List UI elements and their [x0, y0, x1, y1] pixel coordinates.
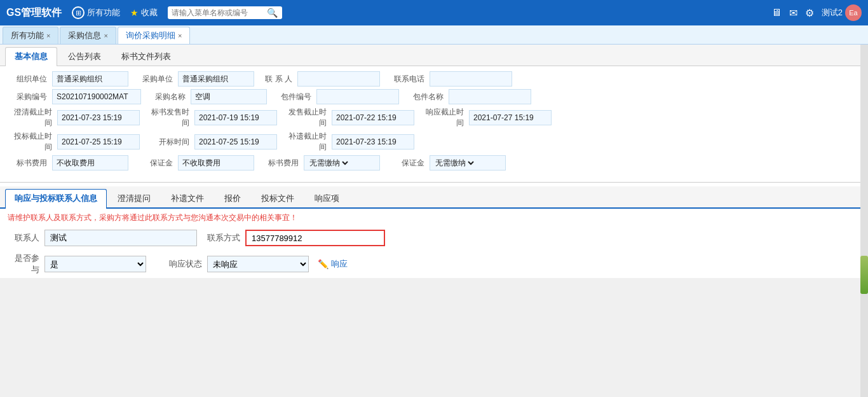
tab-inquiry-detail[interactable]: 询价采购明细 × [118, 27, 190, 44]
tab-purchase-info[interactable]: 采购信息 × [60, 27, 116, 44]
grid-icon: ⊞ [72, 6, 85, 19]
cell-package-no: 包件编号 [272, 89, 399, 104]
label-purchase-no: 采购编号 [8, 92, 52, 102]
close-all-functions[interactable]: × [46, 32, 50, 39]
settings-icon[interactable]: ⚙ [805, 7, 814, 19]
value-clarify-deadline: 2021-07-23 15:19 [57, 110, 140, 125]
cell-tender-fee-select: 标书费用 无需缴纳 [259, 155, 380, 171]
cell-package-name: 包件名称 [404, 89, 531, 104]
close-inquiry-detail[interactable]: × [178, 32, 182, 39]
user-avatar: Ea [845, 4, 862, 21]
value-package-name [449, 89, 531, 104]
edit-icon: ✏️ [318, 259, 329, 269]
close-purchase-info[interactable]: × [104, 32, 107, 39]
scrollbar-thumb[interactable] [860, 256, 868, 278]
value-bid-deadline: 2021-07-25 15:19 [57, 134, 140, 150]
monitor-icon[interactable]: 🖥 [771, 7, 782, 18]
form-row-2: 采购编号 S202107190002MAT 采购名称 空调 包件编号 包件名称 [8, 89, 860, 104]
label-contact-person: 联 系 人 [259, 74, 297, 85]
contact-person-label: 联系人 [8, 232, 39, 244]
tab-response-contact[interactable]: 响应与投标联系人信息 [5, 189, 107, 209]
search-box[interactable]: 🔍 [168, 6, 282, 19]
cell-open-bid-time: 开标时间 2021-07-25 15:19 [145, 134, 277, 150]
section-divider [0, 182, 868, 183]
user-info[interactable]: 测试2 Ea [822, 4, 862, 21]
cell-purchase-no: 采购编号 S202107190002MAT [8, 89, 141, 104]
label-package-no: 包件编号 [272, 92, 316, 102]
value-tender-sale-time: 2021-07-19 15:19 [194, 110, 277, 125]
value-purchase-no: S202107190002MAT [52, 89, 141, 104]
cell-purchase-unit: 采购单位 普通采购组织 [133, 71, 254, 87]
cell-clarify-deadline: 澄清截止时间 2021-07-23 15:19 [8, 107, 140, 129]
select-deposit[interactable]: 无需缴纳 [430, 155, 506, 171]
form-row-4: 投标截止时间 2021-07-25 15:19 开标时间 2021-07-25 … [8, 131, 860, 153]
value-open-bid-time: 2021-07-25 15:19 [194, 134, 277, 150]
contact-method-label: 联系方式 [202, 232, 240, 244]
tab-announcement-list[interactable]: 公告列表 [58, 47, 111, 66]
label-bid-deadline: 投标截止时间 [8, 131, 57, 153]
label-clarify-deadline: 澄清截止时间 [8, 107, 57, 129]
tab-all-functions[interactable]: 所有功能 × [3, 27, 58, 44]
response-button[interactable]: ✏️ 响应 [314, 257, 351, 271]
contact-method-input[interactable] [245, 230, 385, 246]
tab-tender-file-list[interactable]: 标书文件列表 [112, 47, 180, 66]
app-logo: GS管理软件 [6, 6, 62, 20]
search-icon[interactable]: 🔍 [267, 8, 278, 18]
label-purchase-unit: 采购单位 [133, 74, 178, 85]
label-open-bid-time: 开标时间 [145, 137, 194, 148]
cell-deposit-select: 保证金 无需缴纳 [385, 155, 506, 171]
contact-person-input[interactable] [44, 230, 197, 246]
value-sale-deadline: 2021-07-22 15:19 [332, 110, 414, 125]
favorites-nav[interactable]: ★ 收藏 [130, 7, 158, 18]
tab-supplement[interactable]: 补遗文件 [161, 189, 214, 207]
contact-person-row: 联系人 联系方式 [8, 230, 860, 246]
form-row-3: 澄清截止时间 2021-07-23 15:19 标书发售时间 2021-07-1… [8, 107, 860, 129]
value-contact-phone [430, 71, 512, 87]
response-status-label: 响应状态 [164, 258, 202, 270]
value-tender-fee: 不收取费用 [52, 155, 128, 171]
response-status-select[interactable]: 未响应 已响应 [207, 256, 309, 272]
cell-contact-phone: 联系电话 [385, 71, 512, 87]
label-tender-fee-2: 标书费用 [259, 158, 304, 169]
all-functions-nav[interactable]: ⊞ 所有功能 [72, 6, 120, 19]
right-icons: 🖥 ✉ ⚙ 测试2 Ea [771, 4, 862, 21]
tab-bid-file[interactable]: 投标文件 [252, 189, 304, 207]
form-row-1: 组织单位 普通采购组织 采购单位 普通采购组织 联 系 人 联系电话 [8, 71, 860, 87]
label-deposit-2: 保证金 [385, 158, 430, 169]
label-purchase-name: 采购名称 [146, 92, 191, 102]
scrollbar[interactable] [860, 45, 868, 278]
label-package-name: 包件名称 [404, 92, 449, 102]
form-row-5: 标书费用 不收取费用 保证金 不收取费用 标书费用 无需缴纳 保证金 [8, 155, 860, 171]
form-section: 组织单位 普通采购组织 采购单位 普通采购组织 联 系 人 联系电话 采购编号 … [0, 66, 868, 178]
tab-response-item[interactable]: 响应项 [305, 189, 349, 207]
label-contact-phone: 联系电话 [385, 74, 430, 85]
cell-addendum-deadline: 补遗截止时间 2021-07-23 15:19 [282, 131, 414, 153]
cell-purchase-name: 采购名称 空调 [146, 89, 267, 104]
star-icon: ★ [130, 8, 139, 18]
bottom-tab-bar: 响应与投标联系人信息 澄清提问 补遗文件 报价 投标文件 响应项 [0, 186, 868, 209]
cell-tender-fee: 标书费用 不收取费用 [8, 155, 128, 171]
label-response-deadline: 响应截止时间 [419, 107, 469, 129]
user-name: 测试2 [822, 7, 843, 18]
label-deposit: 保证金 [133, 158, 178, 169]
value-purchase-unit: 普通采购组织 [178, 71, 254, 87]
mail-icon[interactable]: ✉ [789, 7, 797, 19]
bottom-section: 响应与投标联系人信息 澄清提问 补遗文件 报价 投标文件 响应项 请维护联系人及… [0, 186, 868, 278]
participate-select[interactable]: 是 否 [44, 256, 146, 272]
alert-text: 请维护联系人及联系方式，采购方将通过此联系方式与您沟通本次交易中的相关事宜！ [0, 209, 868, 226]
participate-label: 是否参与 [8, 253, 39, 275]
cell-sale-deadline: 发售截止时间 2021-07-22 15:19 [282, 107, 414, 129]
top-tab-bar: 所有功能 × 采购信息 × 询价采购明细 × [0, 25, 868, 45]
contact-form: 联系人 联系方式 [0, 226, 868, 250]
cell-response-deadline: 响应截止时间 2021-07-27 15:19 [419, 107, 552, 129]
search-input[interactable] [172, 8, 267, 17]
cell-bid-deadline: 投标截止时间 2021-07-25 15:19 [8, 131, 140, 153]
tab-clarification[interactable]: 澄清提问 [108, 189, 160, 207]
tab-basic-info[interactable]: 基本信息 [5, 47, 57, 66]
tab-quotation[interactable]: 报价 [215, 189, 250, 207]
main-content: 基本信息 公告列表 标书文件列表 组织单位 普通采购组织 采购单位 普通采购组织… [0, 45, 868, 278]
value-package-no [316, 89, 399, 104]
inner-tab-bar: 基本信息 公告列表 标书文件列表 [0, 45, 868, 66]
select-tender-fee[interactable]: 无需缴纳 [304, 155, 380, 171]
value-contact-person [297, 71, 380, 87]
